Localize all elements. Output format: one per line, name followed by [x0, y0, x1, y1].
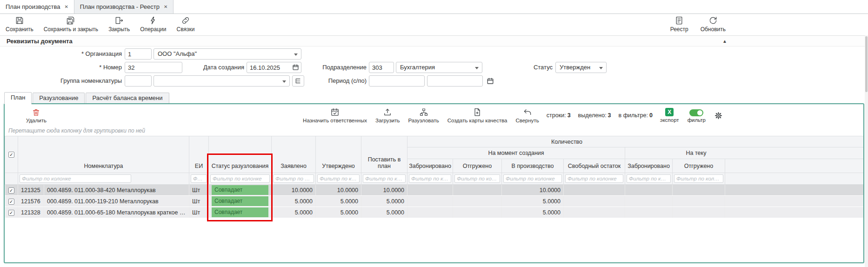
row-checkbox[interactable]: ✓ [8, 199, 14, 205]
delete-button[interactable]: Удалить [26, 108, 47, 123]
filter-input-reserved-2[interactable] [627, 174, 671, 183]
column-header-nomenclature[interactable]: Номенклатура [18, 136, 189, 173]
filter-input-unit[interactable] [191, 174, 207, 183]
organization-label: * Организация [0, 48, 122, 60]
row-checkbox[interactable]: ✓ [8, 187, 14, 194]
close-button[interactable]: Закрыть [108, 16, 130, 35]
number-field[interactable] [125, 62, 182, 73]
load-button[interactable]: Загрузить [375, 107, 400, 123]
cell-id: 121325 [18, 185, 44, 196]
table-row[interactable]: ✓ 121328 000.4859. 011.000-65-180 Металл… [5, 207, 864, 218]
save-button[interactable]: Сохранить [6, 16, 33, 35]
column-header-free-balance[interactable]: Свободный остаток [564, 159, 625, 173]
filter-input-shipped-1[interactable] [454, 174, 500, 183]
cell-shipped-1 [453, 196, 502, 207]
column-header-unit[interactable]: ЕИ [189, 136, 209, 173]
registry-button[interactable]: Реестр [670, 16, 688, 33]
filter-input-nomenclature[interactable] [20, 174, 131, 183]
cell-shipped-1 [453, 185, 502, 196]
column-header-in-production[interactable]: В производство [502, 159, 564, 173]
cell-explosion-status: Совпадает [209, 207, 272, 218]
organization-value: ООО "Альфа" [158, 50, 197, 57]
window-tab-registry-label: План производства - Реестр [80, 3, 160, 10]
status-select[interactable]: Утвержден [555, 62, 607, 73]
scrollbar-thumb[interactable] [865, 36, 868, 92]
cell-free-balance [564, 196, 625, 207]
period-to-field[interactable] [427, 75, 483, 87]
filter-input-declared[interactable] [273, 174, 314, 183]
column-header-shipped-2[interactable]: Отгружено [673, 159, 725, 173]
vertical-scrollbar[interactable] [865, 35, 868, 267]
status-value: Утвержден [560, 64, 590, 71]
refresh-icon [708, 16, 718, 25]
save-and-close-button[interactable]: Сохранить и закрыть [44, 16, 98, 35]
create-quality-cards-button[interactable]: Создать карты качества [447, 107, 507, 123]
refresh-label: Обновить [701, 26, 726, 33]
column-header-reserved-1[interactable]: Забронировано [407, 159, 453, 173]
nomenclature-group-code-field[interactable] [125, 75, 152, 87]
band-header-quantity: Количество [407, 136, 864, 147]
group-by-drop-zone[interactable]: Перетащите сюда колонку для группировки … [5, 126, 863, 136]
filter-toggle[interactable]: фильтр [688, 108, 706, 123]
department-code-field[interactable] [369, 62, 394, 73]
explode-button[interactable]: Разузловать [408, 107, 439, 123]
tab-explosion[interactable]: Разузлование [33, 93, 85, 103]
status-badge: Совпадает [212, 196, 268, 206]
selected-counter: выделено:3 [578, 112, 611, 119]
column-header-stub [725, 159, 864, 173]
row-checkbox[interactable]: ✓ [8, 210, 14, 216]
collapse-button[interactable]: Свернуть [515, 107, 539, 123]
calendar-icon[interactable] [487, 77, 494, 85]
column-header-put-in-plan[interactable]: Поставить в план [361, 136, 407, 173]
operations-button[interactable]: Операции [140, 16, 166, 35]
filter-input-shipped-2[interactable] [674, 174, 723, 183]
column-header-reserved-2[interactable]: Забронировано [625, 159, 673, 173]
undo-arrow-icon [523, 107, 532, 117]
nomenclature-group-select[interactable] [154, 75, 290, 87]
assign-responsible-button[interactable]: Назначить ответственных [303, 107, 367, 123]
window-tab-registry[interactable]: План производства - Реестр ✕ [74, 0, 174, 13]
cell-shipped-2 [673, 207, 725, 218]
cell-reserved-1 [407, 185, 453, 196]
toggle-on-icon [689, 109, 703, 116]
save-label: Сохранить [6, 26, 33, 33]
cell-free-balance [564, 185, 625, 196]
cell-id: 121328 [18, 207, 44, 218]
tab-time-balance[interactable]: Расчёт баланса времени [86, 93, 169, 103]
close-icon[interactable]: ✕ [164, 4, 167, 9]
period-from-field[interactable] [369, 75, 425, 87]
column-header-explosion-status[interactable]: Статус разузлования [209, 136, 272, 173]
organization-code-field[interactable] [125, 48, 152, 60]
column-header-approved[interactable]: Утверждено [316, 136, 361, 173]
column-header-shipped-1[interactable]: Отгружено [453, 159, 502, 173]
period-label: Период (с/по) [288, 75, 367, 87]
close-icon[interactable]: ✕ [64, 4, 68, 9]
filter-input-put-in-plan[interactable] [363, 174, 406, 183]
department-select[interactable]: Бухгалтерия [396, 62, 482, 73]
grid-settings-button[interactable] [714, 111, 723, 120]
collapse-label: Свернуть [515, 118, 539, 123]
window-tab-plan[interactable]: План производства ✕ [0, 0, 74, 13]
cell-declared: 10.0000 [272, 185, 316, 196]
export-button[interactable]: X экспорт [660, 108, 679, 123]
filter-input-in-production[interactable] [503, 174, 562, 183]
status-label: Статус [491, 62, 553, 73]
links-button[interactable]: Связки [176, 16, 194, 35]
table-row[interactable]: ✓ 121325 000.4859. 011.000-38-420 Металл… [5, 185, 864, 196]
column-header-declared[interactable]: Заявлено [272, 136, 316, 173]
select-all-checkbox[interactable]: ✓ [8, 152, 14, 158]
filter-input-free-balance[interactable] [565, 174, 623, 183]
in-filter-counter: в фильтре:0 [619, 112, 653, 119]
view-tab-bar: План Разузлование Расчёт баланса времени [0, 91, 868, 103]
refresh-button[interactable]: Обновить [701, 16, 726, 33]
filter-input-approved[interactable] [317, 174, 360, 183]
cell-declared: 5.0000 [272, 207, 316, 218]
filter-input-explosion-status[interactable] [210, 174, 270, 183]
cell-shipped-1 [453, 207, 502, 218]
table-row[interactable]: ✓ 121576 000.4859. 011.000-119-210 Метал… [5, 196, 864, 207]
tab-plan[interactable]: План [4, 92, 32, 104]
collapse-section-icon[interactable]: ▲ [720, 36, 729, 47]
organization-select[interactable]: ООО "Альфа" [154, 48, 301, 60]
filter-input-reserved-1[interactable] [409, 174, 451, 183]
status-badge: Совпадает [212, 185, 268, 195]
